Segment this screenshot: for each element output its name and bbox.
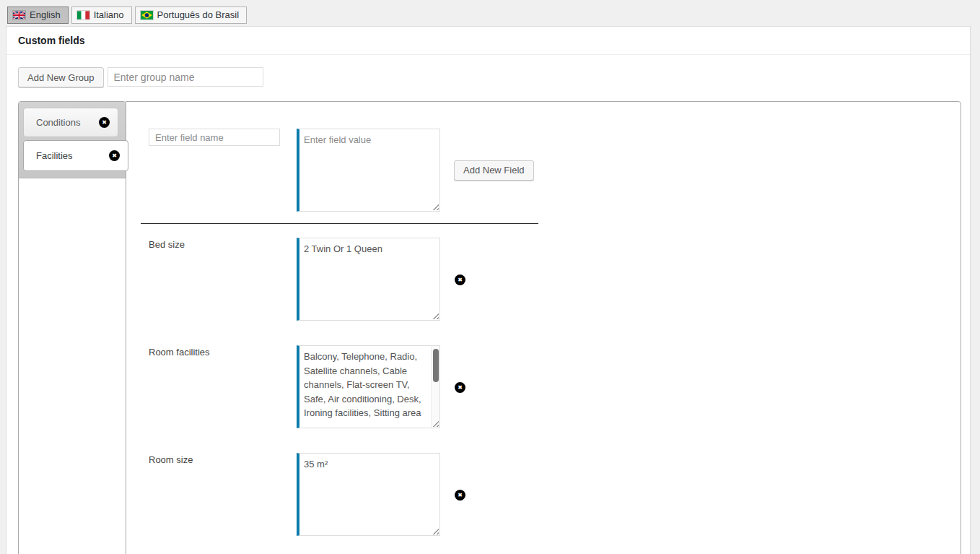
row-gap bbox=[149, 428, 961, 453]
remove-group-icon[interactable]: ✖ bbox=[99, 117, 110, 128]
custom-fields-card: Custom fields Add New Group Conditions ✖… bbox=[6, 26, 971, 554]
group-tab-label: Facilities bbox=[36, 150, 73, 161]
field-name-cell bbox=[149, 129, 297, 146]
field-value-textarea[interactable]: 35 m² bbox=[297, 453, 440, 536]
group-name-input[interactable] bbox=[108, 67, 263, 87]
uk-flag-icon bbox=[13, 11, 25, 20]
language-tab-portugues[interactable]: Português do Brasil bbox=[135, 7, 247, 24]
scrollbar-thumb[interactable] bbox=[433, 349, 439, 382]
add-field-button-cell: Add New Field bbox=[454, 160, 534, 181]
field-name-input[interactable] bbox=[149, 129, 280, 146]
language-tab-italiano[interactable]: Italiano bbox=[71, 7, 132, 24]
page-title: Custom fields bbox=[18, 35, 85, 46]
language-tab-label: Português do Brasil bbox=[157, 9, 239, 20]
language-tab-label: English bbox=[30, 9, 61, 20]
row-gap bbox=[149, 321, 961, 345]
field-value-cell: 35 m² bbox=[297, 453, 440, 536]
field-label: Bed size bbox=[149, 238, 297, 250]
group-tabs-nav: Conditions ✖ Facilities ✖ bbox=[18, 101, 126, 554]
fields-divider bbox=[141, 223, 538, 224]
custom-field-groups-widget: Conditions ✖ Facilities ✖ bbox=[18, 101, 961, 554]
language-bar: English Italiano Português do Brasil bbox=[0, 0, 980, 26]
card-header: Custom fields bbox=[6, 27, 970, 55]
field-value-cell: 2 Twin Or 1 Queen bbox=[297, 238, 440, 321]
field-actions: ✖ bbox=[455, 488, 465, 501]
remove-group-icon[interactable]: ✖ bbox=[109, 150, 120, 161]
language-tab-label: Italiano bbox=[94, 9, 124, 20]
field-row-room-facilities: Room facilities Balcony, Telephone, Radi… bbox=[149, 345, 961, 428]
group-tab-label: Conditions bbox=[36, 117, 80, 128]
field-value-cell bbox=[297, 129, 440, 212]
group-controls: Add New Group bbox=[6, 55, 970, 88]
page: English Italiano Português do Brasil bbox=[0, 0, 980, 554]
delete-field-icon[interactable]: ✖ bbox=[455, 274, 465, 285]
field-label: Room size bbox=[149, 453, 297, 465]
group-tab-facilities[interactable]: Facilities ✖ bbox=[23, 140, 128, 171]
add-field-row: Add New Field bbox=[149, 129, 961, 212]
language-tab-english[interactable]: English bbox=[7, 7, 69, 24]
field-value-textarea[interactable] bbox=[297, 129, 440, 212]
italy-flag-icon bbox=[77, 11, 89, 20]
field-row-room-size: Room size 35 m² ✖ bbox=[149, 453, 961, 536]
brazil-flag-icon bbox=[141, 11, 153, 20]
field-label: Room facilities bbox=[149, 345, 297, 358]
field-actions: ✖ bbox=[455, 381, 465, 394]
textarea-scrollbar[interactable] bbox=[431, 346, 439, 428]
add-new-group-button[interactable]: Add New Group bbox=[18, 67, 104, 87]
field-value-cell: Balcony, Telephone, Radio, Satellite cha… bbox=[297, 345, 440, 428]
delete-field-icon[interactable]: ✖ bbox=[455, 382, 465, 393]
add-new-field-button[interactable]: Add New Field bbox=[454, 160, 534, 181]
group-tab-conditions[interactable]: Conditions ✖ bbox=[23, 108, 118, 137]
delete-field-icon[interactable]: ✖ bbox=[455, 490, 465, 501]
field-row-bed-size: Bed size 2 Twin Or 1 Queen ✖ bbox=[149, 238, 961, 321]
group-tabs-strip: Conditions ✖ Facilities ✖ bbox=[19, 102, 126, 178]
field-value-textarea[interactable]: 2 Twin Or 1 Queen bbox=[297, 238, 440, 321]
field-actions: ✖ bbox=[455, 273, 465, 286]
field-value-textarea[interactable]: Balcony, Telephone, Radio, Satellite cha… bbox=[297, 345, 440, 428]
facilities-panel: Add New Field Bed size 2 Twin Or 1 Queen… bbox=[126, 101, 961, 554]
